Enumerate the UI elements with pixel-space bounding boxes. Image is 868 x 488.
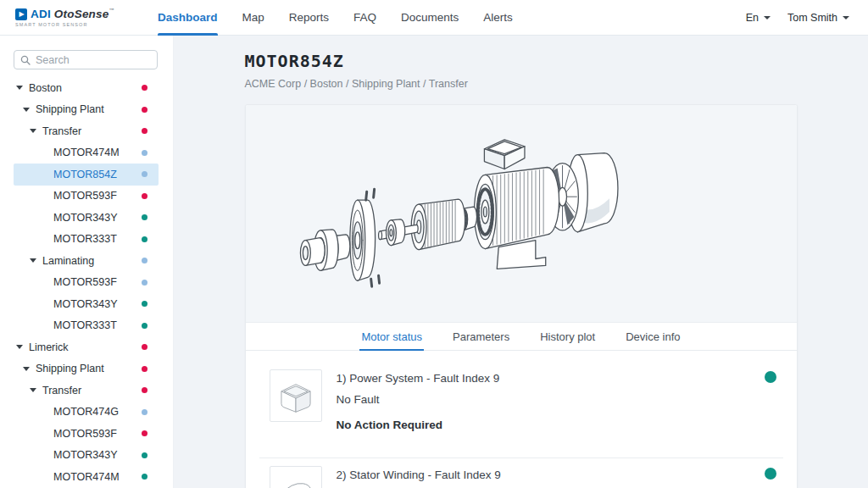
tree-item-motor474m[interactable]: MOTOR474M bbox=[14, 142, 159, 164]
user-menu[interactable]: Tom Smith bbox=[787, 12, 849, 24]
tree-item-label: Limerick bbox=[29, 341, 69, 353]
status-dot-alert bbox=[142, 193, 147, 199]
asset-tree: BostonShipping PlantTransferMOTOR474MMOT… bbox=[0, 77, 173, 488]
motor-detail-card: Motor statusParametersHistory plotDevice… bbox=[245, 104, 798, 488]
fault-status: No Fault bbox=[337, 392, 500, 407]
tab-motor-status[interactable]: Motor status bbox=[361, 323, 422, 350]
status-dot-info bbox=[142, 150, 147, 156]
tree-item-motor333t[interactable]: MOTOR333T bbox=[14, 315, 159, 337]
expand-arrow-icon[interactable] bbox=[30, 258, 36, 263]
tree-item-shipping-plant[interactable]: Shipping Plant bbox=[14, 99, 159, 121]
tab-device-info[interactable]: Device info bbox=[626, 323, 680, 350]
tree-item-transfer[interactable]: Transfer bbox=[14, 120, 159, 142]
tree-item-motor593f[interactable]: MOTOR593F bbox=[14, 186, 159, 208]
nav-item-documents[interactable]: Documents bbox=[401, 0, 459, 36]
nav-item-faq[interactable]: FAQ bbox=[353, 0, 376, 36]
expand-arrow-icon[interactable] bbox=[23, 108, 30, 112]
expand-arrow-icon[interactable] bbox=[16, 86, 23, 90]
top-header: ▶ ADI OtoSense™ SMART MOTOR SENSOR Dashb… bbox=[0, 0, 868, 36]
fault-title: 2) Stator Winding - Fault Index 9 bbox=[337, 468, 501, 482]
status-dot-alert bbox=[142, 387, 147, 393]
tree-item-motor343y[interactable]: MOTOR343Y bbox=[14, 207, 159, 229]
tree-item-label: MOTOR343Y bbox=[53, 212, 118, 224]
status-dot-ok bbox=[142, 301, 147, 307]
tree-item-motor333t[interactable]: MOTOR333T bbox=[14, 229, 159, 251]
tree-item-label: MOTOR343Y bbox=[53, 298, 118, 310]
product-name: OtoSense™ bbox=[54, 8, 114, 20]
user-name: Tom Smith bbox=[787, 12, 837, 24]
search-input[interactable] bbox=[36, 54, 146, 66]
exploded-motor-drawing-icon bbox=[248, 108, 794, 319]
tree-item-motor593f[interactable]: MOTOR593F bbox=[14, 272, 159, 294]
tree-item-motor593f[interactable]: MOTOR593F bbox=[14, 423, 159, 445]
status-dot-ok bbox=[142, 474, 147, 480]
fault-action: No Action Required bbox=[337, 418, 500, 432]
status-dot-alert bbox=[142, 85, 147, 91]
nav-item-map[interactable]: Map bbox=[242, 0, 264, 36]
tree-item-laminating[interactable]: Laminating bbox=[14, 250, 159, 272]
tab-history-plot[interactable]: History plot bbox=[540, 323, 595, 350]
expand-arrow-icon[interactable] bbox=[30, 129, 36, 133]
detail-tabs: Motor statusParametersHistory plotDevice… bbox=[246, 323, 797, 351]
nav-item-reports[interactable]: Reports bbox=[289, 0, 329, 36]
fault-item[interactable]: 1) Power System - Fault Index 9No FaultN… bbox=[259, 351, 783, 458]
tree-item-motor474g[interactable]: MOTOR474G bbox=[14, 402, 159, 424]
tree-item-label: MOTOR593F bbox=[53, 190, 117, 202]
adi-logo-icon: ▶ bbox=[15, 8, 27, 20]
breadcrumb: ACME Corp / Boston / Shipping Plant / Tr… bbox=[245, 76, 798, 92]
tree-item-motor343y[interactable]: MOTOR343Y bbox=[14, 445, 159, 467]
status-dot-ok bbox=[142, 214, 147, 220]
brand-logo: ▶ ADI OtoSense™ SMART MOTOR SENSOR bbox=[0, 8, 158, 27]
tree-item-motor854z[interactable]: MOTOR854Z bbox=[14, 164, 159, 186]
nav-item-dashboard[interactable]: Dashboard bbox=[158, 0, 218, 36]
brand-tagline: SMART MOTOR SENSOR bbox=[15, 22, 158, 27]
status-dot-ok bbox=[142, 452, 147, 458]
expand-arrow-icon[interactable] bbox=[30, 388, 36, 392]
tree-item-label: MOTOR343Y bbox=[53, 449, 118, 461]
search-icon bbox=[20, 55, 31, 65]
nav-item-alerts[interactable]: Alerts bbox=[483, 0, 513, 36]
tree-item-label: Shipping Plant bbox=[36, 363, 104, 374]
main-nav: DashboardMapReportsFAQDocumentsAlerts bbox=[158, 0, 513, 36]
tree-item-label: Boston bbox=[29, 82, 62, 94]
tree-item-boston[interactable]: Boston bbox=[14, 77, 159, 99]
language-label: En bbox=[746, 12, 759, 24]
tree-item-label: Shipping Plant bbox=[36, 103, 104, 115]
status-dot-ok bbox=[142, 323, 147, 329]
main-content: MOTOR854Z ACME Corp / Boston / Shipping … bbox=[174, 36, 868, 488]
status-dot-alert bbox=[142, 107, 147, 113]
fault-item[interactable]: 2) Stator Winding - Fault Index 9 bbox=[259, 458, 783, 488]
tree-item-shipping-plant[interactable]: Shipping Plant bbox=[14, 358, 159, 380]
status-dot-info bbox=[142, 409, 147, 415]
language-selector[interactable]: En bbox=[746, 12, 771, 24]
status-dot-alert bbox=[142, 344, 147, 350]
sidebar-search[interactable] bbox=[14, 50, 158, 69]
status-dot-alert bbox=[142, 366, 147, 372]
expand-arrow-icon[interactable] bbox=[16, 345, 23, 349]
tree-item-limerick[interactable]: Limerick bbox=[14, 336, 159, 358]
tree-item-transfer[interactable]: Transfer bbox=[14, 380, 159, 402]
tree-item-motor343y[interactable]: MOTOR343Y bbox=[14, 293, 159, 315]
tree-item-label: MOTOR593F bbox=[53, 276, 117, 288]
status-dot-alert bbox=[142, 430, 147, 436]
expand-arrow-icon[interactable] bbox=[23, 367, 30, 371]
chevron-down-icon bbox=[843, 16, 849, 19]
tree-item-label: Transfer bbox=[42, 385, 81, 396]
tree-item-motor474m[interactable]: MOTOR474M bbox=[14, 466, 159, 488]
adi-logo-text: ADI bbox=[31, 8, 51, 20]
status-dot-ok bbox=[765, 468, 776, 480]
status-dot-info bbox=[142, 171, 147, 177]
tree-item-label: MOTOR593F bbox=[53, 428, 117, 440]
tree-item-label: MOTOR854Z bbox=[53, 169, 117, 180]
page-title: MOTOR854Z bbox=[245, 50, 798, 72]
fault-list: 1) Power System - Fault Index 9No FaultN… bbox=[246, 351, 797, 488]
asset-tree-sidebar: BostonShipping PlantTransferMOTOR474MMOT… bbox=[0, 36, 174, 488]
stator-winding-icon bbox=[270, 466, 322, 488]
motor-exploded-illustration bbox=[246, 105, 797, 323]
status-dot-ok bbox=[765, 371, 776, 383]
status-dot-info bbox=[142, 280, 147, 286]
tree-item-label: MOTOR333T bbox=[53, 233, 117, 245]
chevron-down-icon bbox=[764, 16, 771, 19]
tree-item-label: Laminating bbox=[42, 255, 94, 267]
tab-parameters[interactable]: Parameters bbox=[453, 323, 509, 350]
